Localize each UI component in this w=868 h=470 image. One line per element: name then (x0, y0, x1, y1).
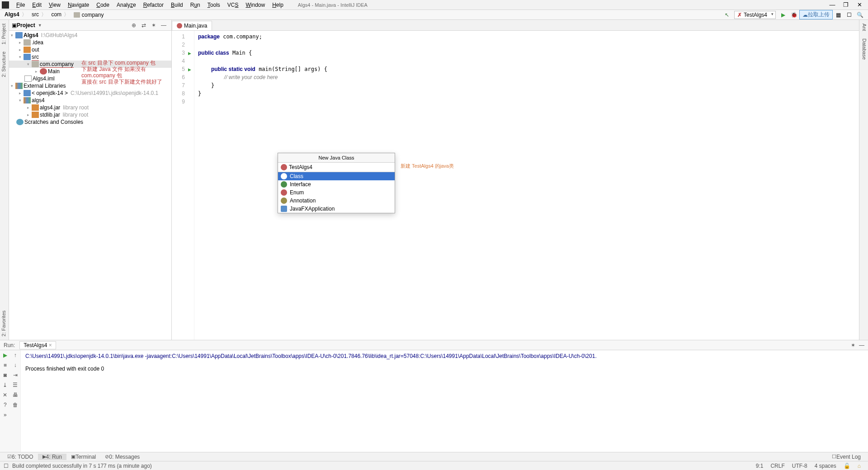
close-icon[interactable]: × (49, 342, 52, 348)
menu-code[interactable]: Code (93, 1, 113, 9)
chevron-down-icon[interactable]: ▼ (38, 23, 42, 28)
wrap-icon[interactable]: ⇥ (10, 370, 21, 380)
print-icon[interactable]: 🖶 (10, 390, 21, 400)
camera-icon[interactable]: ◙ (0, 370, 10, 380)
menu-window[interactable]: Window (242, 1, 269, 9)
run-title: Run: (4, 342, 15, 348)
branch-icon[interactable]: ⌂ (858, 463, 861, 469)
structure-icon[interactable]: ▦ (833, 10, 843, 19)
option-interface[interactable]: Interface (278, 180, 395, 188)
upload-button[interactable]: ☁ 拉取上传 (799, 10, 833, 19)
rerun-button[interactable]: ▶ (0, 350, 10, 360)
tab-favorites[interactable]: 2: Favorites (0, 307, 9, 340)
gear-icon[interactable]: ✶ (851, 342, 855, 348)
menu-edit[interactable]: Edit (28, 1, 45, 9)
tree-idea[interactable]: ▸.idea (9, 39, 171, 46)
export-icon[interactable]: ⤓ (0, 380, 10, 390)
menu-refactor[interactable]: Refactor (140, 1, 167, 9)
crumb-algs4[interactable]: Algs4 〉 (3, 11, 30, 19)
up-button[interactable]: ↑ (10, 350, 21, 360)
tree-scratches[interactable]: Scratches and Consoles (9, 118, 171, 126)
editor-body[interactable]: 123456789 package com.company; public cl… (172, 31, 859, 340)
search-icon[interactable]: 🔍 (855, 10, 865, 19)
expand-icon[interactable]: ⇄ (140, 22, 148, 28)
option-annotation[interactable]: Annotation (278, 197, 395, 205)
tree-algs4jar[interactable]: ▸algs4.jarlibrary root (9, 104, 171, 111)
tree-stdlibjar[interactable]: ▸stdlib.jarlibrary root (9, 111, 171, 118)
tab-eventlog[interactable]: ☐ Event Log (827, 454, 865, 460)
minimize-button[interactable]: — (826, 1, 839, 8)
layout-icon[interactable]: ☐ (844, 10, 854, 19)
tab-database[interactable]: Database (859, 35, 868, 63)
tab-project[interactable]: 1: Project (0, 20, 9, 48)
more-icon[interactable]: » (0, 410, 10, 420)
panel-title[interactable]: Project (17, 22, 35, 28)
locate-icon[interactable]: ⊕ (130, 22, 138, 28)
run-header: Run: TestAlgs4 × ✶ — (0, 340, 868, 350)
run-tab-testalgs4[interactable]: TestAlgs4 × (19, 341, 56, 349)
status-line-sep[interactable]: CRLF (770, 463, 784, 469)
menu-bar: File Edit View Navigate Code Analyze Ref… (0, 0, 868, 10)
project-panel-header: ▣ Project ▼ ⊕ ⇄ ✶ — (9, 20, 171, 31)
editor-gutter: 123456789 (172, 31, 194, 340)
class-icon (281, 164, 287, 170)
crumb-src[interactable]: src 〉 (30, 11, 49, 19)
status-encoding[interactable]: UTF-8 (792, 463, 807, 469)
crumb-company[interactable]: company (72, 12, 105, 18)
dialog-annotation: 新建 TestAlgs4 的java类 (401, 163, 454, 169)
run-output[interactable]: C:\Users\14991\.jdks\openjdk-14.0.1\bin\… (21, 350, 868, 452)
hide-icon[interactable]: — (859, 342, 864, 348)
debug-button[interactable]: 🐞 (789, 10, 799, 19)
crumb-com[interactable]: com 〉 (49, 11, 72, 19)
option-javafx[interactable]: JavaFXApplication (278, 205, 395, 213)
editor-tab-main[interactable]: Main.java (172, 21, 212, 30)
tree-root[interactable]: ▾Algs4I:\GitHub\Algs4 (9, 32, 171, 39)
run-tool-window: Run: TestAlgs4 × ✶ — ▶ ↑ ■ ↓ ◙ ⇥ ⤓ ☰ ✕ 🖶… (0, 340, 868, 452)
status-position[interactable]: 9:1 (756, 463, 764, 469)
tab-todo[interactable]: ☑ 6: TODO (3, 454, 38, 460)
menu-build[interactable]: Build (167, 1, 187, 9)
close-button[interactable]: ✕ (853, 1, 866, 8)
stop-button[interactable]: ■ (0, 360, 10, 370)
tree-out[interactable]: ▸out (9, 46, 171, 53)
run-config-selector[interactable]: ✗TestAlgs4 (734, 11, 776, 19)
maximize-button[interactable]: ❐ (839, 1, 853, 8)
run-button[interactable]: ▶ (778, 10, 788, 19)
down-button[interactable]: ↓ (10, 360, 21, 370)
menu-help[interactable]: Help (269, 1, 287, 9)
scroll-icon[interactable]: ☰ (10, 380, 21, 390)
status-indent[interactable]: 4 spaces (815, 463, 836, 469)
tab-messages[interactable]: ⊘ 0: Messages (100, 454, 144, 460)
menu-vcs[interactable]: VCS (224, 1, 242, 9)
project-tree[interactable]: ▾Algs4I:\GitHub\Algs4 ▸.idea ▸out ▾src ▾… (9, 31, 171, 340)
menu-analyze[interactable]: Analyze (113, 1, 140, 9)
file-icon (24, 75, 32, 82)
window-title: Algs4 - Main.java - IntelliJ IDEA (298, 2, 368, 8)
option-enum[interactable]: Enum (278, 188, 395, 197)
tree-algs4[interactable]: ▾algs4 (9, 97, 171, 104)
close-icon[interactable]: ✕ (0, 390, 10, 400)
tab-ant[interactable]: Ant (859, 20, 868, 35)
menu-tools[interactable]: Tools (204, 1, 224, 9)
project-panel: ▣ Project ▼ ⊕ ⇄ ✶ — ▾Algs4I:\GitHub\Algs… (9, 20, 172, 340)
lock-icon[interactable]: 🔓 (844, 463, 850, 469)
editor-area: Main.java 123456789 package com.company;… (172, 20, 859, 340)
tab-terminal[interactable]: ▣ Terminal (66, 454, 100, 460)
editor-tab-bar: Main.java (172, 20, 859, 31)
left-tool-rail: 1: Project 2: Structure 2: Favorites (0, 20, 9, 340)
tab-run[interactable]: ▶ 4: Run (38, 454, 66, 460)
menu-view[interactable]: View (45, 1, 64, 9)
app-logo (2, 1, 9, 9)
class-name-input[interactable] (289, 164, 392, 170)
option-class[interactable]: Class (278, 172, 395, 180)
hide-icon[interactable]: — (160, 22, 168, 28)
menu-file[interactable]: File (13, 1, 28, 9)
tab-structure[interactable]: 2: Structure (0, 48, 9, 81)
back-button[interactable]: ↖ (722, 10, 732, 19)
menu-navigate[interactable]: Navigate (64, 1, 93, 9)
gear-icon[interactable]: ✶ (150, 22, 158, 28)
trash-icon[interactable]: 🗑 (10, 400, 21, 410)
help-icon[interactable]: ? (0, 400, 10, 410)
tree-jdk[interactable]: ▸< openjdk-14 >C:\Users\14991\.jdks\open… (9, 89, 171, 97)
menu-run[interactable]: Run (187, 1, 204, 9)
